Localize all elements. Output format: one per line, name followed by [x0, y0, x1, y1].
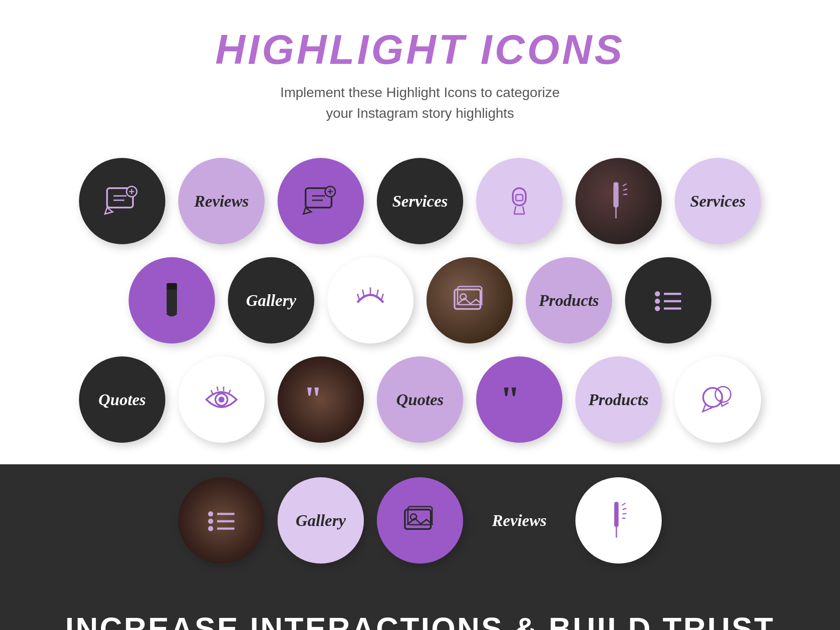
- mascara-photo-icon: [597, 180, 640, 223]
- svg-point-48: [715, 387, 731, 402]
- gallery-purple-icon: [398, 499, 442, 542]
- icon-chat-edit-purple: [278, 158, 364, 244]
- header-section: HIGHLIGHT ICONS Implement these Highligh…: [0, 0, 840, 141]
- quote-photo-icon: ": [299, 378, 342, 421]
- svg-point-51: [208, 519, 213, 524]
- icon-row-4: Gallery Reviews: [26, 477, 814, 564]
- svg-line-62: [622, 508, 626, 510]
- svg-line-26: [363, 290, 364, 296]
- icon-quotes-black: Quotes: [79, 356, 165, 443]
- gallery-photo-icon: [448, 279, 491, 322]
- svg-text:": ": [500, 379, 520, 419]
- eyelash-curler-icon: [498, 180, 541, 223]
- cta-title: INCREASE INTERACTIONS & BUILD TRUST: [26, 611, 814, 630]
- quote-big-icon: ": [498, 378, 541, 421]
- subtitle: Implement these Highlight Icons to categ…: [0, 82, 840, 123]
- chat-bubble-icon: [696, 378, 739, 421]
- icon-gallery-purple: [377, 477, 463, 564]
- svg-line-14: [514, 206, 516, 214]
- icon-gallery-black: Gallery: [228, 257, 314, 343]
- icon-reviews-light-purple: Reviews: [178, 158, 265, 244]
- svg-rect-17: [613, 184, 619, 208]
- svg-point-59: [614, 502, 619, 504]
- gallery-label-1: Gallery: [246, 291, 296, 310]
- list-photo-icon: [200, 499, 243, 542]
- svg-point-53: [208, 526, 213, 531]
- icons-white-section: Reviews Services: [0, 141, 840, 464]
- svg-line-61: [622, 503, 625, 505]
- list-icon-1: [647, 279, 690, 322]
- icon-reviews-text-dark: Reviews: [476, 477, 562, 564]
- icon-row-1: Reviews Services: [26, 158, 814, 244]
- svg-point-33: [655, 291, 660, 296]
- icon-eyelash-curler-white: [476, 158, 562, 244]
- icon-quote-photo: ": [278, 356, 364, 443]
- svg-rect-24: [167, 283, 177, 290]
- svg-line-44: [229, 390, 231, 394]
- icon-services-light-purple: Services: [675, 158, 761, 244]
- icon-chat-bubble-white: [675, 356, 761, 443]
- dark-section: Gallery Reviews I: [0, 464, 840, 630]
- svg-line-25: [357, 294, 360, 300]
- main-title: HIGHLIGHT ICONS: [0, 26, 840, 73]
- icon-gallery-very-light: Gallery: [278, 477, 364, 564]
- icon-products-light-purple: Products: [526, 257, 612, 343]
- reviews-label-1: Reviews: [194, 192, 249, 211]
- svg-point-35: [655, 299, 660, 304]
- eye-icon: [200, 378, 243, 421]
- icon-tube-purple: [129, 257, 215, 343]
- svg-point-37: [655, 306, 660, 311]
- reviews-label-2: Reviews: [492, 511, 547, 530]
- cta-section: INCREASE INTERACTIONS & BUILD TRUST: [26, 585, 814, 630]
- quotes-label-1: Quotes: [98, 390, 146, 409]
- svg-rect-58: [614, 503, 619, 527]
- svg-point-40: [218, 397, 224, 403]
- icon-row-2: Gallery Products: [26, 257, 814, 343]
- svg-point-18: [613, 182, 619, 186]
- icon-quote-big-purple: ": [476, 356, 562, 443]
- subtitle-line1: Implement these Highlight Icons to categ…: [280, 85, 559, 100]
- services-label-1: Services: [392, 192, 448, 211]
- svg-line-41: [211, 390, 213, 394]
- services-label-2: Services: [690, 192, 746, 211]
- icon-mascara-photo: [575, 158, 662, 244]
- icon-eyelash-white: [327, 257, 414, 343]
- icon-eye-white: [178, 356, 265, 443]
- icon-row-3: Quotes " Quotes ": [26, 356, 814, 443]
- icon-mascara-white: [575, 477, 662, 564]
- svg-line-20: [623, 184, 626, 186]
- eyelash-icon: [349, 279, 392, 322]
- svg-rect-12: [513, 188, 526, 205]
- icon-chat-edit-black: [79, 158, 165, 244]
- icon-quotes-light-purple: Quotes: [377, 356, 463, 443]
- svg-line-28: [377, 290, 378, 296]
- svg-line-63: [622, 513, 626, 514]
- icon-services-black: Services: [377, 158, 463, 244]
- products-label-1: Products: [539, 291, 599, 310]
- svg-line-15: [523, 206, 524, 214]
- svg-point-49: [208, 511, 213, 517]
- chat-edit-icon-2: [299, 180, 342, 223]
- svg-line-21: [623, 189, 627, 190]
- products-label-2: Products: [588, 390, 648, 409]
- icon-products-very-light: Products: [575, 356, 662, 443]
- tube-icon: [150, 279, 193, 322]
- icon-list-black: [625, 257, 711, 343]
- svg-line-42: [217, 387, 218, 391]
- svg-line-22: [623, 194, 627, 195]
- svg-line-29: [381, 294, 383, 300]
- icon-list-photo: [178, 477, 265, 564]
- subtitle-line2: your Instagram story highlights: [326, 105, 514, 121]
- mascara-white-icon: [597, 499, 640, 542]
- gallery-label-2: Gallery: [296, 511, 346, 530]
- svg-rect-13: [516, 195, 523, 201]
- chat-edit-icon-1: [101, 180, 144, 223]
- svg-text:": ": [303, 380, 322, 418]
- icon-gallery-photo: [426, 257, 513, 343]
- quotes-label-2: Quotes: [396, 390, 444, 409]
